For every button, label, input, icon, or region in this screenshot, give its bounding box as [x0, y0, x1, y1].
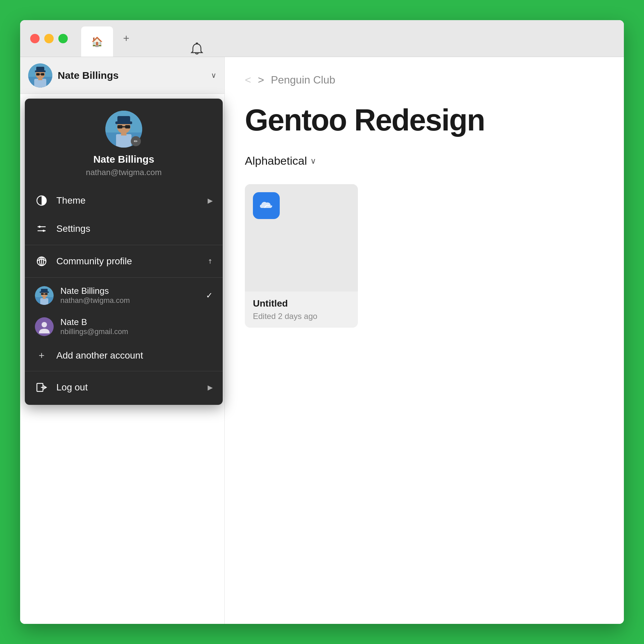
close-button[interactable]: [30, 34, 40, 43]
account-info-secondary: Nate B nbillings@gmail.com: [60, 317, 213, 336]
divider-1: [25, 245, 223, 245]
logout-label: Log out: [56, 382, 200, 393]
svg-rect-10: [36, 67, 44, 71]
svg-rect-34: [41, 293, 44, 295]
card-thumbnail: [245, 184, 358, 291]
card-subtitle: Edited 2 days ago: [253, 312, 350, 321]
avatar-svg: [28, 63, 52, 88]
divider-2: [25, 277, 223, 278]
theme-arrow-icon: ▶: [208, 197, 213, 205]
svg-rect-35: [45, 293, 48, 295]
main-content: Nate Billings ∨: [20, 57, 624, 624]
logout-arrow-icon: ▶: [208, 383, 213, 391]
account-email-primary: nathan@twigma.com: [60, 296, 199, 305]
svg-rect-38: [41, 289, 48, 292]
settings-label: Settings: [56, 223, 213, 234]
profile-name: Nate Billings: [93, 154, 154, 165]
account-check-icon: ✓: [206, 291, 213, 300]
svg-rect-13: [116, 134, 131, 148]
edit-avatar-icon[interactable]: ✏: [131, 136, 141, 146]
svg-rect-20: [117, 116, 130, 123]
svg-rect-8: [40, 74, 41, 74]
community-label: Community profile: [56, 256, 200, 267]
content-area: < > Penguin Club Gentoo Redesign Alphabe…: [225, 57, 624, 624]
logout-icon: [35, 381, 48, 394]
project-card[interactable]: Untitled Edited 2 days ago: [245, 184, 358, 328]
add-account-icon: +: [35, 349, 48, 362]
svg-rect-6: [36, 73, 40, 75]
card-title: Untitled: [253, 298, 350, 309]
svg-rect-36: [44, 294, 45, 294]
theme-label: Theme: [56, 195, 200, 206]
account-nate-billings[interactable]: Nate Billings nathan@twigma.com ✓: [25, 280, 223, 311]
community-arrow-icon: ↗: [206, 257, 214, 266]
logout-menu-item[interactable]: Log out ▶: [25, 373, 223, 401]
card-app-icon: [253, 192, 280, 219]
dropdown-menu: ✏ Nate Billings nathan@twigma.com Theme …: [25, 99, 223, 405]
svg-point-25: [43, 230, 45, 232]
traffic-lights: [30, 34, 68, 43]
notification-button[interactable]: [188, 57, 206, 58]
breadcrumb: Penguin Club: [271, 74, 335, 86]
chevron-down-icon[interactable]: ∨: [211, 71, 216, 80]
svg-point-39: [42, 322, 47, 327]
cards-grid: Untitled Edited 2 days ago: [245, 184, 604, 328]
svg-rect-18: [122, 126, 125, 127]
settings-icon: [35, 222, 48, 235]
active-tab[interactable]: 🏠: [81, 26, 113, 57]
home-icon: 🏠: [91, 36, 103, 47]
avatar-image: [28, 63, 52, 88]
notification-area: [188, 57, 206, 58]
account-header[interactable]: Nate Billings ∨: [20, 57, 224, 94]
add-account-label: Add another account: [56, 350, 143, 361]
theme-icon: [35, 194, 48, 207]
svg-rect-31: [40, 298, 48, 305]
sidebar: Nate Billings ∨: [20, 57, 225, 624]
minimize-button[interactable]: [44, 34, 54, 43]
sort-chevron-icon: ∨: [310, 156, 316, 166]
settings-menu-item[interactable]: Settings: [25, 215, 223, 243]
nav-forward-button[interactable]: >: [258, 74, 264, 86]
new-tab-button[interactable]: +: [123, 32, 129, 45]
sort-selector[interactable]: Alphabetical ∨: [245, 154, 604, 167]
titlebar: 🏠 +: [20, 20, 624, 57]
maximize-button[interactable]: [58, 34, 68, 43]
account-avatar-primary: [35, 286, 54, 305]
profile-email: nathan@twigma.com: [86, 168, 162, 177]
account-nate-b[interactable]: Nate B nbillings@gmail.com: [25, 311, 223, 342]
add-account-item[interactable]: + Add another account: [25, 342, 223, 369]
avatar: [28, 63, 52, 88]
nav-bar: < > Penguin Club: [245, 74, 604, 86]
community-profile-menu-item[interactable]: Community profile ↗: [25, 247, 223, 275]
svg-rect-17: [125, 125, 130, 128]
dropdown-profile: ✏ Nate Billings nathan@twigma.com: [25, 99, 223, 186]
svg-rect-16: [117, 125, 122, 128]
account-name-secondary: Nate B: [60, 317, 213, 327]
account-info-primary: Nate Billings nathan@twigma.com: [60, 286, 199, 305]
profile-avatar-wrapper: ✏: [105, 111, 142, 148]
page-title: Gentoo Redesign: [245, 103, 604, 138]
account-email-secondary: nbillings@gmail.com: [60, 327, 213, 336]
card-info: Untitled Edited 2 days ago: [245, 291, 358, 328]
account-name-primary: Nate Billings: [60, 286, 199, 296]
account-avatar-secondary: [35, 317, 54, 336]
sort-label: Alphabetical: [245, 154, 307, 167]
theme-menu-item[interactable]: Theme ▶: [25, 186, 223, 215]
account-name: Nate Billings: [58, 70, 206, 81]
community-icon: [35, 255, 48, 268]
svg-point-23: [39, 226, 41, 228]
svg-rect-7: [41, 73, 44, 75]
app-window: 🏠 +: [20, 20, 624, 624]
nav-back-button[interactable]: <: [245, 74, 251, 86]
divider-3: [25, 371, 223, 371]
